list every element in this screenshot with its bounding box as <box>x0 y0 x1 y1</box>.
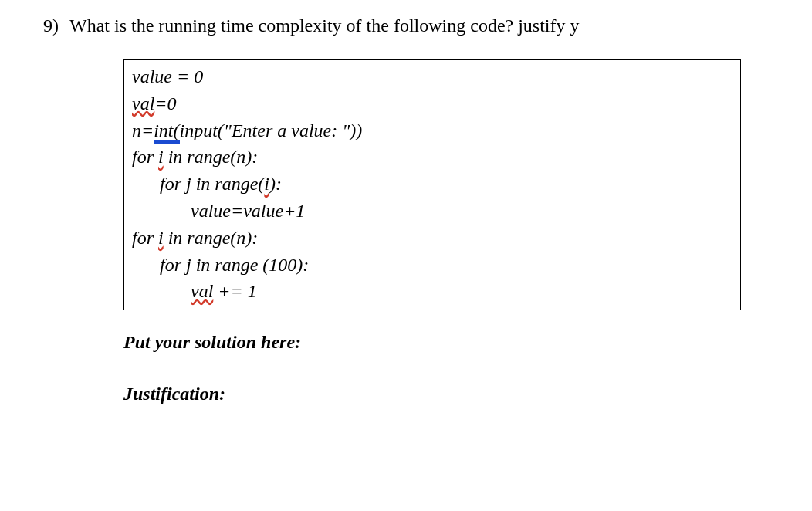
code-box: value = 0 val=0 n=int(input("Enter a val… <box>123 59 741 310</box>
code-text: += 1 <box>213 281 256 301</box>
code-line-8: for j in range (100): <box>132 252 732 279</box>
spellcheck-underline: i <box>264 174 269 194</box>
spellcheck-underline: val <box>191 281 213 301</box>
code-text: for <box>132 147 158 167</box>
code-text: in range(n): <box>164 147 259 167</box>
question-row: 9) What is the running time complexity o… <box>23 15 812 36</box>
spellcheck-underline: i <box>158 147 164 167</box>
code-text: ): <box>269 174 282 194</box>
code-text: value=value+1 <box>191 201 305 221</box>
code-line-4: for i in range(n): <box>132 144 732 171</box>
code-line-9: val += 1 <box>132 278 732 305</box>
question-text: What is the running time complexity of t… <box>69 15 812 36</box>
grammar-underline: int( <box>154 120 179 142</box>
code-line-7: for i in range(n): <box>132 225 732 252</box>
code-line-5: for j in range(i): <box>132 171 732 198</box>
spellcheck-underline: i <box>158 228 164 248</box>
code-line-3: n=int(input("Enter a value: ")) <box>132 117 732 144</box>
code-text: value = 0 <box>132 66 203 86</box>
solution-prompt: Put your solution here: <box>123 332 812 353</box>
code-text: for <box>132 228 158 248</box>
code-line-2: val=0 <box>132 90 732 117</box>
question-number: 9) <box>23 15 69 36</box>
code-text: n= <box>132 120 154 140</box>
code-text: for j in range (100): <box>160 255 309 275</box>
code-text: in range(n): <box>164 228 259 248</box>
code-text: input("Enter a value: ")) <box>180 120 363 140</box>
code-text: =0 <box>154 93 176 113</box>
spellcheck-underline: val <box>132 93 154 113</box>
code-text: for j in range( <box>160 174 264 194</box>
justification-prompt: Justification: <box>123 384 812 404</box>
code-line-1: value = 0 <box>132 63 732 90</box>
code-line-6: value=value+1 <box>132 198 732 225</box>
